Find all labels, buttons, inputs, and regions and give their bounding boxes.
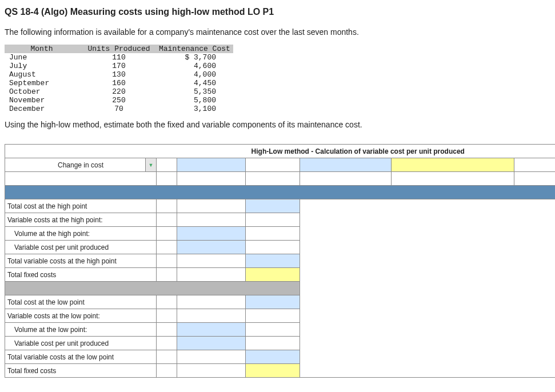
label-low-tvar: Total variable costs at the low point xyxy=(5,350,157,364)
cell-cost: 3,100 xyxy=(159,105,233,113)
cell[interactable] xyxy=(177,213,246,227)
result-cell[interactable] xyxy=(246,364,300,378)
cell-cost: $ 3,700 xyxy=(159,53,233,62)
change-in-cost-dropdown[interactable]: Change in cost ▼ xyxy=(5,158,157,172)
cell-month: July xyxy=(5,62,79,70)
cell[interactable] xyxy=(246,227,300,241)
cell-month: August xyxy=(5,70,79,79)
cell[interactable] xyxy=(177,254,246,268)
cell[interactable] xyxy=(177,199,246,213)
cell[interactable] xyxy=(157,213,177,227)
cell[interactable] xyxy=(177,295,246,309)
cell[interactable] xyxy=(157,337,177,350)
cell-units: 220 xyxy=(79,87,159,96)
label-low-vol: Volume at the low point: xyxy=(5,323,157,337)
cell-cost: 4,450 xyxy=(159,79,233,87)
input-cell[interactable] xyxy=(300,158,392,172)
col-header-month: Month xyxy=(5,45,79,53)
label-low-total: Total cost at the low point xyxy=(5,295,157,309)
result-cell[interactable] xyxy=(392,158,514,172)
cell[interactable] xyxy=(157,241,177,254)
cell[interactable] xyxy=(514,158,556,172)
cell[interactable] xyxy=(157,364,177,378)
col-header-cost: Maintenance Cost xyxy=(159,45,233,53)
cell-cost: 5,350 xyxy=(159,87,233,96)
cell[interactable] xyxy=(157,254,177,268)
input-cell[interactable] xyxy=(246,254,300,268)
cell[interactable] xyxy=(246,337,300,350)
input-cell[interactable] xyxy=(177,227,246,241)
op-cell[interactable] xyxy=(157,158,177,172)
cell[interactable] xyxy=(157,323,177,337)
label-low-tfix: Total fixed costs xyxy=(5,364,157,378)
col-header-units: Units Produced xyxy=(79,45,159,53)
label-high-total: Total cost at the high point xyxy=(5,199,157,213)
cell[interactable] xyxy=(246,172,300,186)
cell-month: December xyxy=(5,105,79,113)
cell[interactable] xyxy=(177,268,246,282)
cell[interactable] xyxy=(177,309,246,323)
table-row: July1704,600 xyxy=(5,62,233,70)
label-high-tvar: Total variable costs at the high point xyxy=(5,254,157,268)
cell-units: 130 xyxy=(79,70,159,79)
label-var-unit-low: Variable cost per unit produced xyxy=(5,337,157,350)
input-cell[interactable] xyxy=(177,241,246,254)
cell[interactable] xyxy=(157,268,177,282)
label-high-tfix: Total fixed costs xyxy=(5,268,157,282)
table-row: December703,100 xyxy=(5,105,233,113)
table-row: October2205,350 xyxy=(5,87,233,96)
input-cell[interactable] xyxy=(177,158,246,172)
cell[interactable] xyxy=(392,172,514,186)
cell[interactable] xyxy=(177,350,246,364)
result-cell[interactable] xyxy=(246,268,300,282)
divider-row xyxy=(5,282,556,295)
cell-units: 110 xyxy=(79,53,159,62)
cell[interactable] xyxy=(246,158,300,172)
cell[interactable] xyxy=(157,295,177,309)
cell[interactable] xyxy=(157,309,177,323)
cell[interactable] xyxy=(514,172,556,186)
label-low-var-head: Variable costs at the low point: xyxy=(5,309,157,323)
table-row: September1604,450 xyxy=(5,79,233,87)
cell[interactable] xyxy=(5,172,157,186)
cell-units: 250 xyxy=(79,96,159,105)
table-row: August1304,000 xyxy=(5,70,233,79)
input-cell[interactable] xyxy=(177,337,246,350)
worksheet: High-Low method - Calculation of variabl… xyxy=(5,144,555,378)
cell[interactable] xyxy=(177,172,246,186)
cell-month: September xyxy=(5,79,79,87)
input-cell[interactable] xyxy=(177,323,246,337)
input-cell[interactable] xyxy=(246,350,300,364)
sheet-header-row: High-Low method - Calculation of variabl… xyxy=(5,145,556,158)
cell[interactable] xyxy=(157,172,177,186)
chevron-down-icon[interactable]: ▼ xyxy=(145,158,157,172)
table-row: June110$ 3,700 xyxy=(5,53,233,62)
cell-cost: 5,800 xyxy=(159,96,233,105)
cell[interactable] xyxy=(246,241,300,254)
input-cell[interactable] xyxy=(246,295,300,309)
cell[interactable] xyxy=(246,213,300,227)
cell-month: June xyxy=(5,53,79,62)
cell[interactable] xyxy=(157,199,177,213)
cell[interactable] xyxy=(157,350,177,364)
label-high-vol: Volume at the high point: xyxy=(5,227,157,241)
instruction-text: Using the high-low method, estimate both… xyxy=(5,120,550,129)
cell-units: 160 xyxy=(79,79,159,87)
cell[interactable] xyxy=(246,323,300,337)
cell[interactable] xyxy=(300,172,392,186)
cell[interactable] xyxy=(246,309,300,323)
input-cell[interactable] xyxy=(246,199,300,213)
cell[interactable] xyxy=(177,364,246,378)
page-title: QS 18-4 (Algo) Measuring costs using hig… xyxy=(5,7,550,17)
cell-units: 70 xyxy=(79,105,159,113)
cell-month: November xyxy=(5,96,79,105)
sheet-header: High-Low method - Calculation of variabl… xyxy=(157,145,556,158)
divider-row xyxy=(5,186,556,199)
cell-month: October xyxy=(5,87,79,96)
label-high-var-head: Variable costs at the high point: xyxy=(5,213,157,227)
cell[interactable] xyxy=(157,227,177,241)
dropdown-value: Change in cost xyxy=(58,161,103,169)
cell-units: 170 xyxy=(79,62,159,70)
cell-cost: 4,000 xyxy=(159,70,233,79)
data-table: Month Units Produced Maintenance Cost Ju… xyxy=(5,45,233,113)
